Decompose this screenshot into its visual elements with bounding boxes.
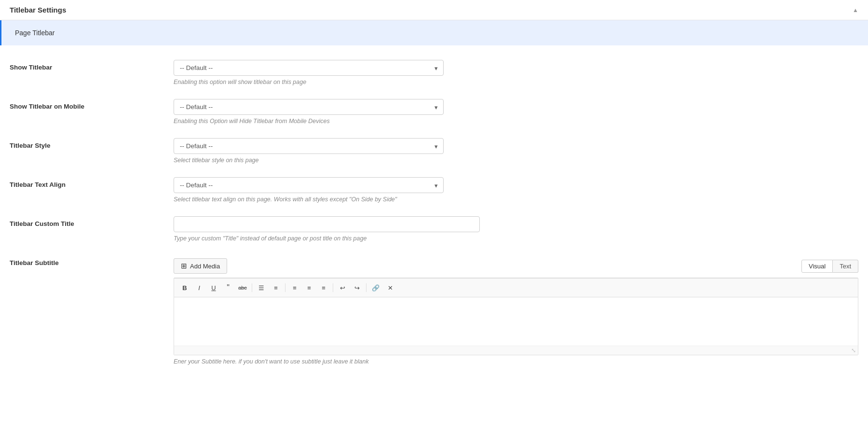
- align-right-icon: ≡: [322, 284, 326, 292]
- view-toggle: Visual Text: [801, 260, 858, 273]
- add-media-icon: ⊞: [181, 262, 187, 270]
- page-titlebar-tab[interactable]: Page Titlebar: [0, 20, 868, 45]
- show-titlebar-mobile-description: Enabling this Option will Hide Titlebar …: [174, 118, 858, 125]
- align-center-icon: ≡: [307, 284, 311, 292]
- show-titlebar-mobile-select[interactable]: -- Default -- Yes No: [174, 99, 444, 115]
- undo-icon: ↩: [340, 284, 345, 292]
- italic-button[interactable]: I: [192, 281, 206, 294]
- toolbar-separator-2: [285, 283, 285, 292]
- titlebar-subtitle-control: ⊞ Add Media Visual Text B: [174, 255, 858, 365]
- field-titlebar-style: Titlebar Style -- Default -- Style 1 Sty…: [10, 138, 858, 164]
- italic-icon: I: [198, 284, 200, 292]
- show-titlebar-mobile-select-wrapper: -- Default -- Yes No ▾: [174, 99, 444, 115]
- toolbar-separator-4: [366, 283, 366, 292]
- add-media-button[interactable]: ⊞ Add Media: [174, 258, 227, 274]
- remove-link-button[interactable]: ✕: [383, 281, 397, 294]
- unordered-list-button[interactable]: ☰: [255, 281, 268, 294]
- titlebar-style-description: Select titlebar style on this page: [174, 157, 858, 164]
- collapse-icon[interactable]: ▲: [853, 7, 858, 14]
- unordered-list-icon: ☰: [258, 284, 264, 292]
- field-show-titlebar-mobile: Show Titlebar on Mobile -- Default -- Ye…: [10, 99, 858, 125]
- insert-link-button[interactable]: 🔗: [369, 281, 382, 294]
- toolbar-separator-1: [252, 283, 252, 292]
- titlebar-custom-title-label: Titlebar Custom Title: [10, 216, 174, 227]
- add-media-label: Add Media: [190, 263, 220, 270]
- editor-body[interactable]: [174, 297, 858, 346]
- show-titlebar-select[interactable]: -- Default -- Yes No: [174, 60, 444, 76]
- show-titlebar-mobile-label: Show Titlebar on Mobile: [10, 99, 174, 110]
- show-titlebar-select-wrapper: -- Default -- Yes No ▾: [174, 60, 444, 76]
- titlebar-settings-header: Titlebar Settings ▲: [0, 0, 868, 20]
- titlebar-text-align-control: -- Default -- Left Center Right ▾ Select…: [174, 177, 858, 203]
- undo-button[interactable]: ↩: [336, 281, 349, 294]
- strikethrough-button[interactable]: abc: [236, 281, 249, 294]
- blockquote-button[interactable]: ": [221, 281, 235, 294]
- bold-button[interactable]: B: [178, 281, 191, 294]
- strikethrough-icon: abc: [238, 285, 247, 291]
- titlebar-text-align-select[interactable]: -- Default -- Left Center Right: [174, 177, 444, 193]
- bold-icon: B: [182, 284, 187, 292]
- show-titlebar-mobile-control: -- Default -- Yes No ▾ Enabling this Opt…: [174, 99, 858, 125]
- underline-button[interactable]: U: [207, 281, 220, 294]
- ordered-list-button[interactable]: ≡: [269, 281, 283, 294]
- titlebar-custom-title-description: Type your custom "Title" instead of defa…: [174, 235, 858, 242]
- titlebar-custom-title-input[interactable]: [174, 216, 480, 232]
- titlebar-subtitle-description: Ener your Subtitle here. if you don't wa…: [174, 358, 858, 365]
- section-tab-wrapper: Page Titlebar: [0, 20, 868, 45]
- blockquote-icon: ": [227, 283, 230, 292]
- section-tab-label: Page Titlebar: [15, 29, 55, 37]
- text-view-button[interactable]: Text: [833, 260, 858, 273]
- show-titlebar-label: Show Titlebar: [10, 60, 174, 71]
- titlebar-text-align-select-wrapper: -- Default -- Left Center Right ▾: [174, 177, 444, 193]
- unlink-icon: ✕: [388, 284, 393, 292]
- field-show-titlebar: Show Titlebar -- Default -- Yes No ▾ Ena…: [10, 60, 858, 85]
- content-area: Show Titlebar -- Default -- Yes No ▾ Ena…: [0, 45, 868, 393]
- show-titlebar-control: -- Default -- Yes No ▾ Enabling this opt…: [174, 60, 858, 85]
- link-icon: 🔗: [372, 284, 380, 292]
- titlebar-text-align-description: Select titlebar text align on this page.…: [174, 196, 858, 203]
- align-right-button[interactable]: ≡: [317, 281, 330, 294]
- editor-toolbar: B I U " abc: [174, 278, 858, 297]
- show-titlebar-description: Enabling this option will show titlebar …: [174, 79, 858, 85]
- titlebar-style-select-wrapper: -- Default -- Style 1 Style 2 Style 3 ▾: [174, 138, 444, 154]
- titlebar-style-select[interactable]: -- Default -- Style 1 Style 2 Style 3: [174, 138, 444, 154]
- field-titlebar-subtitle: Titlebar Subtitle ⊞ Add Media Visual Tex…: [10, 255, 858, 365]
- toolbar-separator-3: [333, 283, 333, 292]
- resize-icon: ⤡: [851, 347, 856, 354]
- redo-button[interactable]: ↪: [350, 281, 364, 294]
- ordered-list-icon: ≡: [274, 284, 278, 292]
- align-center-button[interactable]: ≡: [302, 281, 316, 294]
- titlebar-style-control: -- Default -- Style 1 Style 2 Style 3 ▾ …: [174, 138, 858, 164]
- subtitle-top-bar: ⊞ Add Media Visual Text: [174, 255, 858, 278]
- editor-resize-handle: ⤡: [174, 346, 858, 355]
- redo-icon: ↪: [354, 284, 360, 292]
- subtitle-editor: B I U " abc: [174, 278, 858, 355]
- titlebar-style-label: Titlebar Style: [10, 138, 174, 149]
- page-wrapper: Titlebar Settings ▲ Page Titlebar Show T…: [0, 0, 868, 447]
- align-left-icon: ≡: [293, 284, 297, 292]
- titlebar-custom-title-control: Type your custom "Title" instead of defa…: [174, 216, 858, 242]
- visual-view-button[interactable]: Visual: [801, 260, 833, 273]
- field-titlebar-text-align: Titlebar Text Align -- Default -- Left C…: [10, 177, 858, 203]
- titlebar-text-align-label: Titlebar Text Align: [10, 177, 174, 188]
- field-titlebar-custom-title: Titlebar Custom Title Type your custom "…: [10, 216, 858, 242]
- titlebar-settings-title: Titlebar Settings: [10, 6, 66, 14]
- titlebar-subtitle-label: Titlebar Subtitle: [10, 255, 174, 266]
- underline-icon: U: [211, 284, 216, 292]
- align-left-button[interactable]: ≡: [288, 281, 301, 294]
